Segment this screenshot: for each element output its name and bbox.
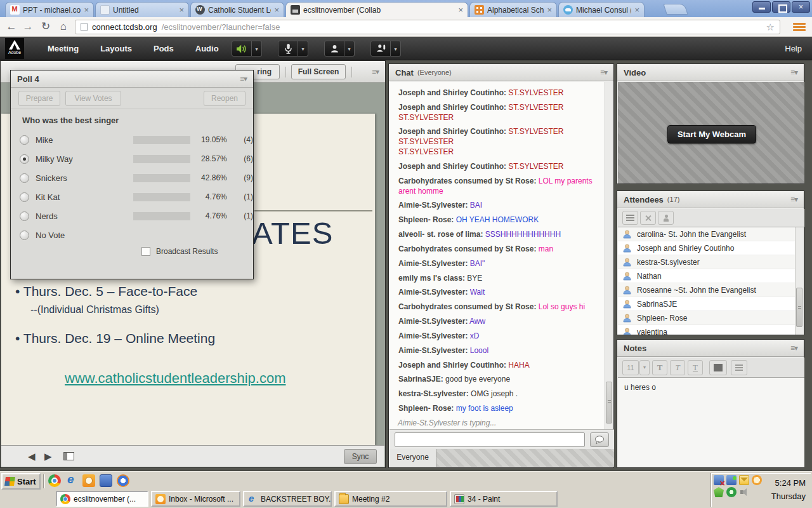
browser-tab[interactable]: Untitled × [95, 2, 189, 17]
prepare-button[interactable]: Prepare [18, 91, 60, 106]
poll-radio[interactable] [20, 231, 29, 240]
tray-icon[interactable] [739, 487, 749, 497]
poll-radio[interactable] [20, 154, 29, 164]
chat-input[interactable] [395, 432, 585, 447]
attendee-row[interactable]: SabrinaSJE [618, 297, 796, 311]
browser-tab[interactable]: Alphabetical School Di × [469, 2, 557, 17]
quick-launch-icon[interactable] [117, 474, 129, 487]
app-menu-item[interactable]: Layouts [89, 37, 143, 60]
quick-launch-icon[interactable] [48, 474, 61, 487]
video-pod-menu-icon[interactable]: ≡▾ [790, 68, 797, 77]
reload-icon[interactable]: ↻ [38, 19, 53, 34]
font-size-caret-icon[interactable]: ▾ [639, 360, 650, 375]
reopen-button[interactable]: Reopen [204, 91, 246, 106]
share-pod-menu-icon[interactable]: ≡▾ [372, 67, 379, 76]
attendee-row[interactable]: Nathan [618, 269, 796, 283]
app-menu-item[interactable]: Pods [143, 37, 185, 60]
raise-hand-icon[interactable] [370, 41, 391, 57]
new-tab-button[interactable] [663, 4, 688, 15]
attendees-pod-menu-icon[interactable]: ≡▾ [790, 195, 797, 204]
browser-tab[interactable]: Michael Consul (MikeC × [558, 2, 645, 17]
tab-close-icon[interactable]: × [179, 6, 184, 14]
attendee-row[interactable]: Roseanne ~St. John the Evangelist [618, 283, 796, 297]
taskbar-window-button[interactable]: ecslitnovember (... [56, 491, 148, 507]
browser-tab[interactable]: PPT - michael.consul × [5, 2, 94, 17]
app-menu-item[interactable]: Meeting [37, 37, 89, 60]
chat-pod-menu-icon[interactable]: ≡▾ [600, 68, 607, 77]
italic-button[interactable]: T [670, 360, 685, 375]
broadcast-checkbox[interactable] [141, 247, 150, 256]
attendee-row[interactable]: kestra-St.sylvester [618, 255, 796, 269]
maximize-button[interactable] [772, 1, 790, 13]
tray-icon[interactable] [739, 475, 749, 485]
tray-icon[interactable] [726, 487, 737, 497]
text-color-button[interactable] [709, 360, 727, 375]
taskbar-window-button[interactable]: Inbox - Microsoft ... [151, 491, 240, 507]
view-votes-button[interactable]: View Votes [65, 91, 121, 106]
breakout-view-icon[interactable] [640, 211, 656, 225]
chrome-menu-icon[interactable] [790, 20, 809, 34]
attendee-row[interactable]: Shpleen- Rose [618, 311, 796, 325]
notes-pod-menu-icon[interactable]: ≡▾ [790, 344, 797, 352]
previous-slide-icon[interactable]: ◀ [28, 451, 36, 462]
help-menu[interactable]: Help [785, 37, 802, 60]
attendee-row[interactable]: carolina- St. John the Evangelist [618, 227, 796, 241]
webcam-icon[interactable] [324, 41, 344, 57]
bullet-list-button[interactable] [731, 360, 747, 375]
full-screen-button[interactable]: Full Screen [291, 64, 346, 79]
home-icon[interactable]: ⌂ [56, 19, 71, 34]
browser-tab[interactable]: ecslitnovember (Collab × [285, 2, 468, 17]
webcam-dropdown-icon[interactable]: ▾ [344, 41, 355, 57]
tray-icon[interactable] [752, 475, 762, 485]
chat-tab-everyone[interactable]: Everyone [390, 449, 436, 467]
poll-radio[interactable] [20, 135, 29, 145]
back-icon[interactable]: ← [4, 19, 19, 34]
poll-radio[interactable] [20, 211, 29, 221]
start-button[interactable]: Start [1, 473, 41, 490]
minimize-button[interactable] [752, 1, 771, 13]
next-slide-icon[interactable]: ▶ [44, 451, 52, 462]
close-button[interactable]: × [792, 1, 810, 13]
slide-link[interactable]: www.catholicstudentleadership.com [65, 370, 286, 387]
tray-icon[interactable] [714, 487, 724, 497]
sidebar-toggle-icon[interactable] [63, 452, 74, 460]
sync-button[interactable]: Sync [344, 449, 377, 464]
taskbar-window-button[interactable]: 34 - Paint [450, 491, 558, 507]
start-webcam-button[interactable]: Start My Webcam [667, 125, 756, 144]
bold-button[interactable]: T [652, 360, 667, 375]
microphone-dropdown-icon[interactable]: ▾ [298, 41, 308, 57]
taskbar-window-button[interactable]: Meeting #2 [334, 491, 447, 507]
chat-scrollbar-thumb[interactable] [606, 382, 612, 424]
font-size-select[interactable]: 11 [622, 360, 639, 375]
underline-button[interactable]: T [688, 360, 703, 375]
poll-pod-menu-icon[interactable]: ≡▾ [240, 74, 247, 83]
browser-tab[interactable]: Catholic Student Lead × [190, 2, 284, 17]
tab-close-icon[interactable]: × [274, 6, 279, 14]
attendee-row[interactable]: Joseph and Shirley Coutinho [618, 241, 796, 255]
quick-launch-icon[interactable] [65, 474, 78, 487]
tab-close-icon[interactable]: × [458, 6, 463, 14]
url-bar[interactable]: connect.tcdsb.org /ecslitnovember/?launc… [75, 20, 780, 34]
attendee-row[interactable]: valentina [618, 325, 796, 335]
speaker-dropdown-icon[interactable]: ▾ [252, 41, 262, 57]
notes-content[interactable]: u heres o [618, 378, 804, 467]
attendee-list-view-icon[interactable] [622, 211, 638, 225]
attendee-status-view-icon[interactable] [658, 211, 674, 225]
bookmark-star-icon[interactable]: ☆ [766, 22, 775, 33]
forward-icon[interactable]: → [20, 19, 36, 34]
poll-radio[interactable] [20, 173, 29, 183]
tab-close-icon[interactable]: × [547, 6, 552, 14]
quick-launch-icon[interactable] [82, 474, 95, 487]
tab-close-icon[interactable]: × [84, 6, 89, 14]
send-message-icon[interactable] [590, 432, 609, 447]
tray-icon[interactable] [726, 475, 737, 485]
tray-icon[interactable] [714, 475, 724, 485]
quick-launch-icon[interactable] [100, 474, 112, 487]
app-menu-item[interactable]: Audio [185, 37, 230, 60]
attendees-scrollbar-thumb[interactable] [796, 288, 802, 327]
speaker-icon[interactable] [232, 41, 252, 57]
poll-radio[interactable] [20, 192, 29, 202]
tab-close-icon[interactable]: × [634, 6, 639, 14]
taskbar-window-button[interactable]: BACKSTREET BOY... [243, 491, 332, 507]
status-dropdown-icon[interactable]: ▾ [391, 41, 401, 57]
